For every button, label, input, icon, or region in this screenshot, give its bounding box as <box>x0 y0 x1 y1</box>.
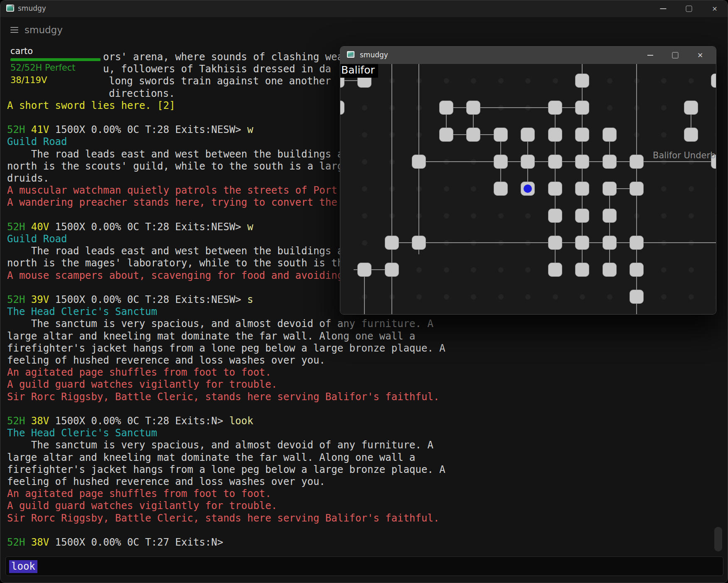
hp-status: 52/52H Perfect <box>10 63 102 75</box>
map-room-node[interactable] <box>630 182 644 196</box>
map-room-node[interactable] <box>630 263 644 277</box>
map-room-node[interactable] <box>340 101 344 115</box>
app-window: smudgy smudgy carto 52/52H Perfect 38/11… <box>0 0 728 583</box>
map-grid-dot <box>716 132 717 138</box>
map-room-node[interactable] <box>548 182 562 196</box>
map-grid-dot <box>716 105 717 111</box>
minimize-button[interactable] <box>638 47 663 64</box>
terminal-line: 52H 38V 1500X 0.00% 0C T:28 Exits:N> loo… <box>7 415 253 428</box>
map-room-node[interactable] <box>630 236 644 250</box>
map-edge <box>609 189 610 270</box>
map-room-node[interactable] <box>711 74 716 88</box>
map-room-node[interactable] <box>466 101 480 115</box>
map-room-node[interactable] <box>494 182 508 196</box>
command-input[interactable]: look <box>5 556 723 576</box>
map-room-node[interactable] <box>521 155 535 169</box>
terminal-line: An agitated page shuffles from foot to f… <box>7 367 271 379</box>
terminal-line: A guild guard watches vigilantly for tro… <box>7 500 277 512</box>
map-region-label: Balifor Underb <box>653 150 716 160</box>
map-room-node[interactable] <box>521 128 535 142</box>
map-grid-dot <box>607 78 612 84</box>
map-room-node[interactable] <box>357 263 371 277</box>
map-grid-dot <box>416 267 422 273</box>
terminal-line: 52H 38V 1500X 0.00% 0C T:27 Exits:N> <box>7 536 223 549</box>
map-titlebar[interactable]: smudgy <box>340 47 716 64</box>
map-grid-dot <box>689 294 694 300</box>
map-grid-dot <box>444 78 449 84</box>
map-grid-dot <box>553 78 558 84</box>
map-room-node[interactable] <box>548 236 562 250</box>
map-grid-dot <box>689 186 694 192</box>
map-grid-dot <box>661 186 667 192</box>
terminal-line: 52H 40V 1500X 0.00% 0C T:28 Exits:NESW> … <box>7 221 253 234</box>
terminal-line: The Head Cleric's Sanctum <box>7 427 157 440</box>
map-room-node[interactable] <box>630 155 644 169</box>
map-room-node[interactable] <box>439 128 453 142</box>
map-edge <box>391 64 392 315</box>
close-button[interactable] <box>688 47 713 64</box>
map-room-node[interactable] <box>575 155 589 169</box>
terminal-line: 52H 39V 1500X 0.00% 0C T:28 Exits:NESW> … <box>7 294 253 306</box>
map-room-node[interactable] <box>603 263 617 277</box>
terminal-line: A muscular watchman quietly patrols the … <box>7 184 337 197</box>
map-edge <box>419 161 716 162</box>
map-window: smudgy Balifor Balifor Underb <box>340 46 716 315</box>
map-room-node[interactable] <box>548 263 562 277</box>
map-room-node[interactable] <box>575 263 589 277</box>
map-room-node[interactable] <box>575 209 589 223</box>
map-room-node[interactable] <box>439 101 453 115</box>
map-grid-dot <box>607 294 612 300</box>
map-room-node[interactable] <box>603 128 617 142</box>
map-room-node[interactable] <box>494 128 508 142</box>
map-room-node[interactable] <box>494 155 508 169</box>
map-grid-dot <box>444 267 449 273</box>
map-grid-dot <box>661 78 667 84</box>
main-titlebar[interactable]: smudgy <box>0 0 728 17</box>
terminal-line: A short sword lies here. [2] <box>7 100 175 112</box>
terminal-line: A guild guard watches vigilantly for tro… <box>7 379 277 391</box>
terminal-line: feeling of hushed reverence and loss was… <box>7 354 325 367</box>
map-room-node[interactable] <box>603 155 617 169</box>
terminal-line: feeling of hushed reverence and loss was… <box>7 476 325 488</box>
map-grid-dot <box>444 213 449 219</box>
map-grid-dot <box>471 267 476 273</box>
map-canvas[interactable]: Balifor Balifor Underb <box>340 64 716 315</box>
map-room-node[interactable] <box>466 128 480 142</box>
map-room-node[interactable] <box>385 263 399 277</box>
map-room-node[interactable] <box>684 128 698 142</box>
map-room-node[interactable] <box>548 209 562 223</box>
window-controls <box>650 0 728 17</box>
map-grid-dot <box>362 186 367 192</box>
maximize-button[interactable] <box>663 47 688 64</box>
close-button[interactable] <box>702 0 728 17</box>
terminal-line: Sir Rorc Riggsby, Battle Cleric, stands … <box>7 391 439 403</box>
map-room-node[interactable] <box>575 74 589 88</box>
map-room-node[interactable] <box>630 290 644 304</box>
map-room-node[interactable] <box>684 101 698 115</box>
map-grid-dot <box>661 105 667 111</box>
map-room-node[interactable] <box>575 128 589 142</box>
minimize-button[interactable] <box>650 0 676 17</box>
scrollbar-thumb[interactable] <box>714 527 722 551</box>
terminal-line: The sanctum is very spacious, and almost… <box>7 439 433 452</box>
map-room-node[interactable] <box>575 182 589 196</box>
menu-hamburger-icon[interactable] <box>10 27 18 33</box>
map-room-node[interactable] <box>548 128 562 142</box>
map-room-node[interactable] <box>603 236 617 250</box>
map-room-node[interactable] <box>412 236 426 250</box>
map-room-node[interactable] <box>575 236 589 250</box>
map-room-node[interactable] <box>603 209 617 223</box>
terminal-line: The road leads east and west between the… <box>7 148 343 161</box>
map-room-node[interactable] <box>575 101 589 115</box>
map-grid-dot <box>498 267 504 273</box>
map-room-node[interactable] <box>548 101 562 115</box>
map-room-node[interactable] <box>548 155 562 169</box>
map-grid-dot <box>689 78 694 84</box>
map-room-node[interactable] <box>603 182 617 196</box>
terminal-line: north is the mages' laboratory, while to… <box>7 257 343 270</box>
terminal-line: north is the scouts' guild, while to the… <box>7 160 343 173</box>
maximize-button[interactable] <box>676 0 702 17</box>
map-room-node[interactable] <box>412 155 426 169</box>
map-room-node[interactable] <box>385 236 399 250</box>
hp-progress-bar <box>10 58 101 61</box>
